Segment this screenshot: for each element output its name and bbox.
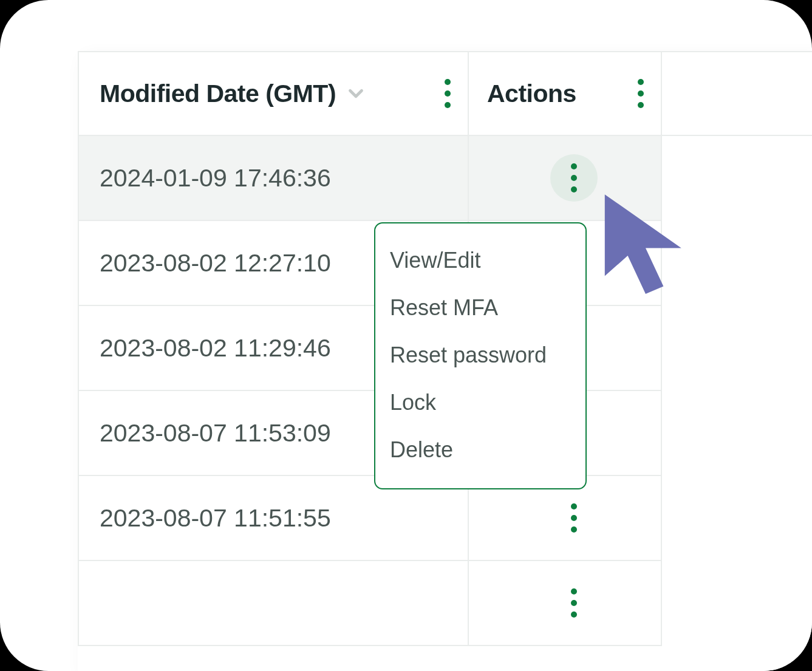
column-menu-button-actions[interactable] xyxy=(638,79,644,108)
column-menu-button-modified-date[interactable] xyxy=(445,79,451,108)
kebab-dot xyxy=(571,526,577,533)
modified-date-value: 2024-01-09 17:46:36 xyxy=(100,164,331,192)
column-header-modified-date[interactable]: Modified Date (GMT) xyxy=(78,52,468,135)
kebab-dot xyxy=(638,90,644,97)
kebab-dot xyxy=(571,175,577,181)
table-row: 2024-01-09 17:46:36 xyxy=(78,136,812,221)
cell-modified-date: 2024-01-09 17:46:36 xyxy=(78,136,468,221)
row-actions-button[interactable] xyxy=(550,494,598,542)
kebab-dot xyxy=(571,588,577,594)
cell-modified-date xyxy=(78,561,468,646)
table-row xyxy=(78,561,812,646)
card-container: Modified Date (GMT) Actions xyxy=(0,0,812,671)
kebab-dot xyxy=(445,102,451,108)
kebab-dot xyxy=(571,600,577,606)
modified-date-value: 2023-08-07 11:51:55 xyxy=(100,504,331,533)
menu-item-reset-mfa[interactable]: Reset MFA xyxy=(375,284,585,332)
data-table: Modified Date (GMT) Actions xyxy=(78,51,812,671)
kebab-dot xyxy=(571,515,577,521)
kebab-dot xyxy=(571,611,577,618)
modified-date-value: 2023-08-02 11:29:46 xyxy=(100,334,331,363)
kebab-dot xyxy=(571,503,577,509)
kebab-dot xyxy=(571,163,577,169)
kebab-dot xyxy=(445,79,451,85)
cell-actions xyxy=(468,561,662,646)
column-header-actions[interactable]: Actions xyxy=(468,52,662,135)
kebab-dot xyxy=(638,102,644,108)
row-actions-button[interactable] xyxy=(550,579,598,627)
row-actions-button[interactable] xyxy=(550,154,598,202)
kebab-dot xyxy=(571,186,577,192)
menu-item-delete[interactable]: Delete xyxy=(375,426,585,474)
chevron-down-icon[interactable] xyxy=(344,82,367,105)
kebab-dot xyxy=(445,90,451,97)
menu-item-view-edit[interactable]: View/Edit xyxy=(375,237,585,284)
row-actions-menu: View/Edit Reset MFA Reset password Lock … xyxy=(374,222,587,489)
menu-item-reset-password[interactable]: Reset password xyxy=(375,332,585,379)
modified-date-value: 2023-08-02 12:27:10 xyxy=(100,249,331,278)
table-header-row: Modified Date (GMT) Actions xyxy=(78,51,812,136)
column-header-label: Modified Date (GMT) xyxy=(100,80,336,108)
modified-date-value: 2023-08-07 11:53:09 xyxy=(100,419,331,448)
cell-actions xyxy=(468,136,662,221)
menu-item-lock[interactable]: Lock xyxy=(375,379,585,426)
kebab-dot xyxy=(638,79,644,85)
column-header-label: Actions xyxy=(487,80,576,108)
